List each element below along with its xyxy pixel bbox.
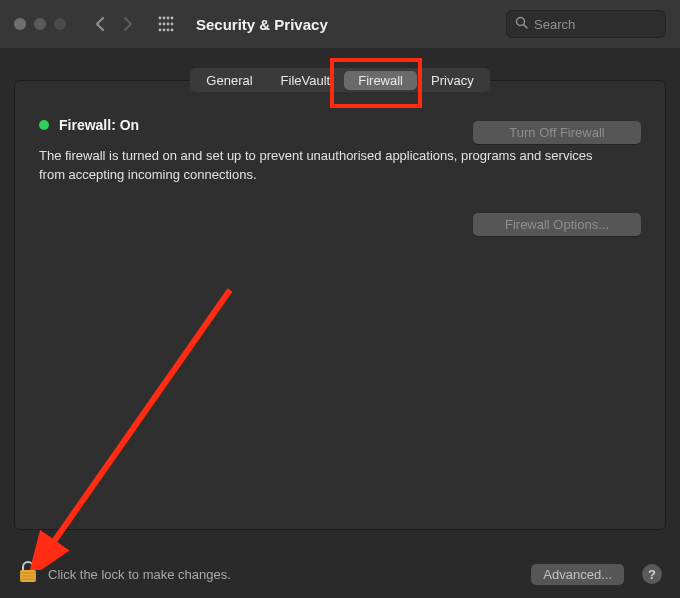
firewall-panel: Firewall: On The firewall is turned on a… xyxy=(14,80,666,530)
tab-general[interactable]: General xyxy=(192,71,266,90)
advanced-button[interactable]: Advanced... xyxy=(531,564,624,585)
tab-bar: General FileVault Firewall Privacy xyxy=(190,68,489,92)
svg-point-1 xyxy=(163,17,166,20)
search-input[interactable] xyxy=(534,17,657,32)
firewall-options-button[interactable]: Firewall Options... xyxy=(473,213,641,236)
svg-point-7 xyxy=(171,23,174,26)
window-controls xyxy=(14,18,66,30)
forward-button[interactable] xyxy=(123,16,134,32)
firewall-description: The firewall is turned on and set up to … xyxy=(39,147,599,185)
svg-point-0 xyxy=(159,17,162,20)
svg-point-11 xyxy=(171,29,174,32)
search-field[interactable] xyxy=(506,10,666,38)
help-button[interactable]: ? xyxy=(642,564,662,584)
close-window-button[interactable] xyxy=(14,18,26,30)
window-title: Security & Privacy xyxy=(196,16,328,33)
minimize-window-button[interactable] xyxy=(34,18,46,30)
svg-point-5 xyxy=(163,23,166,26)
lock-icon[interactable] xyxy=(18,560,38,588)
svg-point-6 xyxy=(167,23,170,26)
svg-point-4 xyxy=(159,23,162,26)
lock-hint-text: Click the lock to make changes. xyxy=(48,567,231,582)
svg-point-10 xyxy=(167,29,170,32)
back-button[interactable] xyxy=(94,16,105,32)
tab-privacy[interactable]: Privacy xyxy=(417,71,488,90)
tab-filevault[interactable]: FileVault xyxy=(267,71,345,90)
status-indicator xyxy=(39,120,49,130)
svg-point-9 xyxy=(163,29,166,32)
firewall-status-label: Firewall: On xyxy=(59,117,139,133)
turn-off-firewall-button[interactable]: Turn Off Firewall xyxy=(473,121,641,144)
svg-line-13 xyxy=(524,25,527,28)
search-icon xyxy=(515,15,528,33)
show-all-icon[interactable] xyxy=(158,16,174,32)
svg-point-3 xyxy=(171,17,174,20)
maximize-window-button[interactable] xyxy=(54,18,66,30)
svg-point-2 xyxy=(167,17,170,20)
svg-point-8 xyxy=(159,29,162,32)
tab-firewall[interactable]: Firewall xyxy=(344,71,417,90)
